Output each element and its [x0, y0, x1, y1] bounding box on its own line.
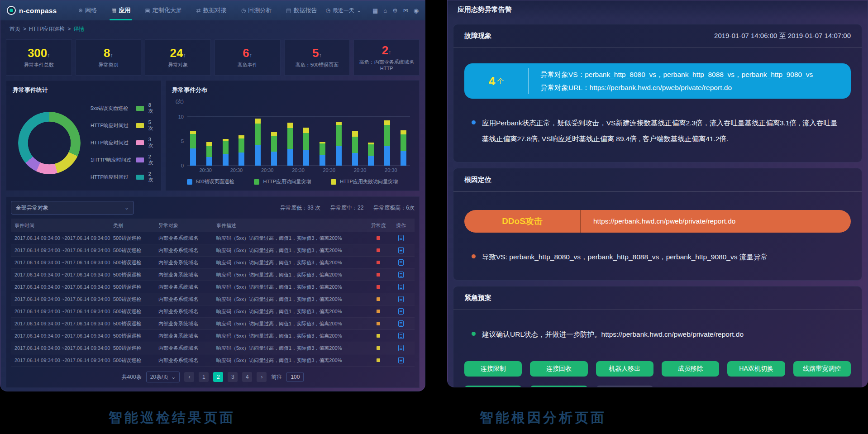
breadcrumb-item[interactable]: 首页 [10, 26, 20, 32]
per-page-select[interactable]: 20条/页⌄ [146, 372, 180, 382]
calendar-icon[interactable]: ▦ [372, 7, 378, 14]
menu-item-网络[interactable]: ⊕网络 [71, 0, 104, 20]
stacked-bar[interactable] [384, 120, 390, 166]
stacked-bar[interactable] [206, 142, 212, 166]
cell-object: 内部业务系统域名 [158, 308, 216, 315]
plan-button[interactable]: 数据中心切换 [464, 386, 522, 387]
detail-document-icon[interactable] [398, 345, 404, 351]
detail-document-icon[interactable] [398, 357, 404, 363]
menu-item-应用[interactable]: ▦应用 [104, 0, 138, 20]
app-logo[interactable]: n-compass [7, 6, 64, 15]
cell-description: 响应码（5xx）访问量过高，阈值1，实际值3，偏离200% [216, 272, 366, 278]
fault-description: 应用Perbank状态正常，疑似受到攻击，VS新建连接数基线正偏离2.3倍，流入… [453, 115, 862, 147]
bar-legend-item: HTTP应用访问量突增 [254, 178, 311, 185]
object-filter-select[interactable]: 全部异常对象 ⌄ [11, 201, 134, 215]
attack-url: https://perbank.hwd.cn/pweb/private/repo… [581, 217, 749, 225]
bar-segment [206, 157, 212, 166]
detail-document-icon[interactable] [398, 284, 404, 290]
detail-document-icon[interactable] [398, 272, 404, 278]
x-tick-label: 20:30 [323, 167, 336, 173]
left-caption: 智能巡检结果页面 [77, 409, 267, 427]
next-page-button[interactable]: › [257, 372, 267, 382]
detail-document-icon[interactable] [398, 296, 404, 302]
bar-segment [384, 120, 390, 125]
plan-button[interactable]: 连接回收 [530, 361, 587, 377]
severity-indicator [377, 334, 380, 338]
object-filter-value: 全部异常对象 [16, 204, 48, 212]
page-button-4[interactable]: 4 [242, 372, 252, 382]
page-button-2[interactable]: 2 [213, 372, 223, 382]
menu-item-数据报告[interactable]: ▤数据报告 [279, 0, 324, 20]
stacked-bar[interactable] [320, 142, 325, 166]
stacked-bar[interactable] [190, 131, 196, 166]
stacked-bar[interactable] [401, 130, 406, 166]
breadcrumb-item[interactable]: HTTP应用巡检 [29, 26, 65, 32]
page-button-1[interactable]: 1 [199, 372, 209, 382]
plan-button[interactable]: HA双机切换 [727, 361, 785, 377]
prev-page-button[interactable]: ‹ [184, 372, 194, 382]
bar-chart-x-axis: 20:3020:3020:3020:3020:3020:3020:30 [190, 167, 406, 173]
fault-card: 故障现象 2019-01-07 14:06:00 至 2019-01-07 14… [453, 24, 862, 162]
stacked-bar[interactable] [223, 139, 229, 166]
detail-document-icon[interactable] [398, 259, 404, 266]
cell-event-time: 2017.06.14 09:34:00 ~2017.06.14 09:34:00 [14, 321, 113, 326]
cell-object: 内部业务系统域名 [158, 345, 216, 352]
menu-item-数据对接[interactable]: ⇄数据对接 [189, 0, 234, 20]
donut-legend-item: HTTP响应时间过5次 [91, 119, 156, 132]
plan-button[interactable]: 线路带宽调控 [793, 361, 851, 377]
detail-document-icon[interactable] [398, 320, 404, 327]
bar-segment [368, 156, 374, 166]
plan-button[interactable]: 多中心用户调控 [530, 386, 587, 387]
donut-legend-value: 5次 [148, 119, 156, 132]
home-icon[interactable]: ⌂ [383, 7, 387, 14]
menu-label: 数据对接 [203, 6, 227, 14]
compass-logo-icon [7, 6, 16, 15]
table-body: 2017.06.14 09:34:00 ~2017.06.14 09:34:00… [11, 232, 415, 367]
cell-category: 500错误巡检 [113, 345, 158, 352]
plan-buttons-row1: 连接限制连接回收机器人移出成员移除HA双机切换线路带宽调控 [464, 361, 851, 377]
breadcrumb-item[interactable]: 详情 [73, 26, 84, 32]
menu-icon: ⇄ [196, 7, 201, 14]
detail-document-icon[interactable] [398, 247, 404, 253]
up-arrow-icon: ↑ [110, 52, 113, 58]
cell-event-time: 2017.06.14 09:34:00 ~2017.06.14 09:34:00 [14, 345, 113, 351]
detail-document-icon[interactable] [398, 308, 404, 315]
cell-category: 500错误巡检 [113, 259, 158, 266]
detail-document-icon[interactable] [398, 235, 404, 241]
y-tick-label: 5 [181, 138, 184, 144]
detail-document-icon[interactable] [398, 333, 404, 339]
message-icon[interactable]: ✉ [403, 7, 408, 14]
menu-item-回溯分析[interactable]: ◷回溯分析 [234, 0, 279, 20]
plan-button[interactable]: 机器人移出 [596, 361, 653, 377]
stacked-bar[interactable] [352, 131, 358, 166]
stacked-bar[interactable] [287, 123, 293, 166]
stacked-bar[interactable] [336, 122, 342, 166]
menu-item-定制化大屏[interactable]: ▣定制化大屏 [138, 0, 189, 20]
menu-label: 定制化大屏 [153, 6, 182, 14]
stacked-bar[interactable] [368, 143, 374, 166]
stacked-bar[interactable] [238, 135, 244, 166]
menu-label: 回溯分析 [248, 6, 272, 14]
plan-button[interactable]: 成员移除 [662, 361, 719, 377]
bar-segment [303, 128, 309, 133]
bar-segment [271, 132, 277, 137]
ddos-tag-pill: DDoS攻击 https://perbank.hwd.cn/pweb/priva… [464, 210, 851, 233]
cell-object: 内部业务系统域名 [158, 272, 216, 278]
stacked-bar[interactable] [271, 132, 277, 166]
add-scenario-button[interactable]: + 新增场景 [596, 386, 653, 387]
bar-segment [255, 124, 261, 145]
time-range-selector[interactable]: ◷ 最近一天 ⌄ [325, 7, 361, 14]
user-icon[interactable]: ◉ [414, 7, 419, 14]
donut-legend-value: 3次 [148, 137, 156, 149]
stacked-bar[interactable] [255, 119, 261, 166]
legend-swatch [136, 123, 144, 128]
plan-button[interactable]: 连接限制 [464, 361, 522, 377]
gear-icon[interactable]: ⚙ [392, 7, 398, 14]
bar-segment [401, 151, 406, 166]
page-button-3[interactable]: 3 [228, 372, 238, 382]
bar-segment [238, 153, 244, 166]
stacked-bar[interactable] [303, 128, 309, 166]
stat-card: 6↑高危事件 [215, 39, 281, 76]
bar-segment [223, 154, 229, 166]
page-jump-input[interactable] [286, 372, 304, 382]
